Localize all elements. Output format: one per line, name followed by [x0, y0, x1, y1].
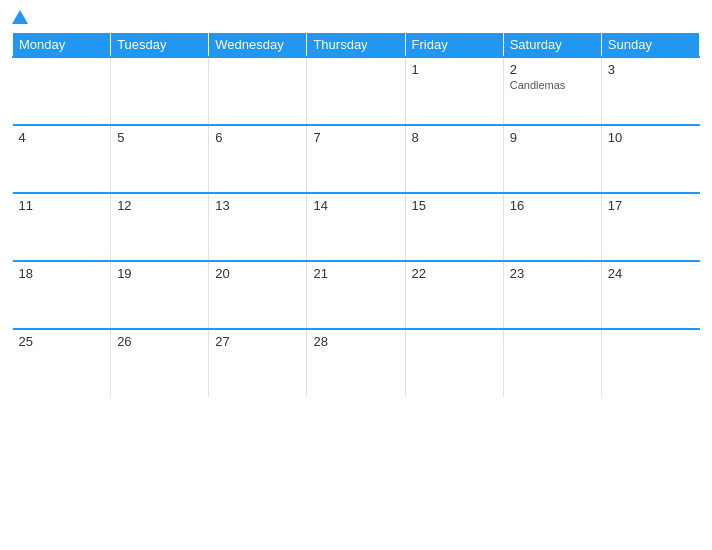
day-number: 19: [117, 266, 202, 281]
weekday-header-row: MondayTuesdayWednesdayThursdayFridaySatu…: [13, 33, 700, 58]
day-number: 16: [510, 198, 595, 213]
calendar-cell: 5: [111, 125, 209, 193]
weekday-header-monday: Monday: [13, 33, 111, 58]
day-number: 17: [608, 198, 694, 213]
day-number: 10: [608, 130, 694, 145]
logo-triangle-icon: [12, 10, 28, 24]
weekday-header-sunday: Sunday: [601, 33, 699, 58]
calendar-cell: 27: [209, 329, 307, 397]
calendar-cell: [601, 329, 699, 397]
calendar-table: MondayTuesdayWednesdayThursdayFridaySatu…: [12, 32, 700, 397]
day-number: 1: [412, 62, 497, 77]
day-number: 24: [608, 266, 694, 281]
weekday-header-tuesday: Tuesday: [111, 33, 209, 58]
day-number: 14: [313, 198, 398, 213]
calendar-week-4: 18192021222324: [13, 261, 700, 329]
calendar-cell: 26: [111, 329, 209, 397]
day-number: 18: [19, 266, 105, 281]
day-number: 6: [215, 130, 300, 145]
calendar-cell: 4: [13, 125, 111, 193]
day-number: 9: [510, 130, 595, 145]
logo-blue-row: [12, 10, 30, 24]
calendar-cell: 6: [209, 125, 307, 193]
day-number: 26: [117, 334, 202, 349]
day-number: 11: [19, 198, 105, 213]
day-number: 12: [117, 198, 202, 213]
day-event: Candlemas: [510, 79, 595, 91]
calendar-cell: 19: [111, 261, 209, 329]
day-number: 28: [313, 334, 398, 349]
calendar-cell: 22: [405, 261, 503, 329]
calendar-cell: 24: [601, 261, 699, 329]
calendar-cell: 12: [111, 193, 209, 261]
calendar-cell: 21: [307, 261, 405, 329]
weekday-header-saturday: Saturday: [503, 33, 601, 58]
calendar-cell: 18: [13, 261, 111, 329]
calendar-cell: [13, 57, 111, 125]
calendar-cell: [503, 329, 601, 397]
calendar-cell: 10: [601, 125, 699, 193]
day-number: 25: [19, 334, 105, 349]
calendar-cell: 1: [405, 57, 503, 125]
day-number: 13: [215, 198, 300, 213]
day-number: 27: [215, 334, 300, 349]
day-number: 4: [19, 130, 105, 145]
header: [12, 10, 700, 24]
calendar-cell: [111, 57, 209, 125]
day-number: 8: [412, 130, 497, 145]
calendar-cell: 16: [503, 193, 601, 261]
calendar-cell: 2Candlemas: [503, 57, 601, 125]
weekday-header-wednesday: Wednesday: [209, 33, 307, 58]
weekday-header-thursday: Thursday: [307, 33, 405, 58]
day-number: 15: [412, 198, 497, 213]
calendar-cell: 3: [601, 57, 699, 125]
calendar-cell: [405, 329, 503, 397]
calendar-cell: 7: [307, 125, 405, 193]
calendar-cell: 8: [405, 125, 503, 193]
day-number: 3: [608, 62, 694, 77]
day-number: 21: [313, 266, 398, 281]
calendar-week-2: 45678910: [13, 125, 700, 193]
calendar-cell: 17: [601, 193, 699, 261]
calendar-cell: 9: [503, 125, 601, 193]
day-number: 2: [510, 62, 595, 77]
day-number: 23: [510, 266, 595, 281]
calendar-cell: [307, 57, 405, 125]
calendar-week-3: 11121314151617: [13, 193, 700, 261]
calendar-cell: 20: [209, 261, 307, 329]
calendar-cell: 23: [503, 261, 601, 329]
calendar-cell: 25: [13, 329, 111, 397]
day-number: 7: [313, 130, 398, 145]
day-number: 20: [215, 266, 300, 281]
logo: [12, 10, 30, 24]
calendar-cell: 11: [13, 193, 111, 261]
weekday-header-friday: Friday: [405, 33, 503, 58]
calendar-week-5: 25262728: [13, 329, 700, 397]
calendar-cell: [209, 57, 307, 125]
day-number: 22: [412, 266, 497, 281]
calendar-cell: 15: [405, 193, 503, 261]
calendar-week-1: 12Candlemas3: [13, 57, 700, 125]
calendar-cell: 28: [307, 329, 405, 397]
day-number: 5: [117, 130, 202, 145]
calendar-cell: 14: [307, 193, 405, 261]
page: MondayTuesdayWednesdayThursdayFridaySatu…: [0, 0, 712, 550]
calendar-cell: 13: [209, 193, 307, 261]
